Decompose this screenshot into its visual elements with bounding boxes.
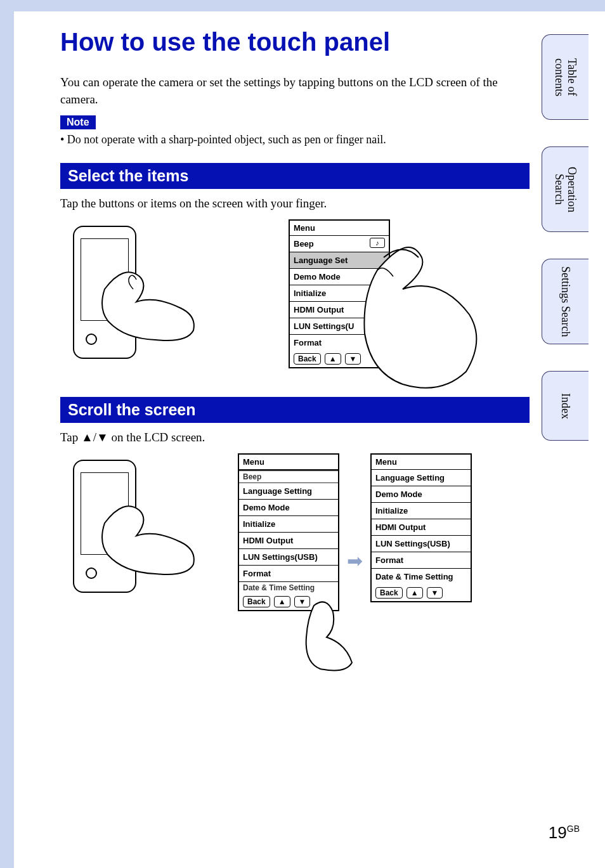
- menu-item[interactable]: Date & Time Setting: [372, 569, 471, 585]
- tab-settings-search[interactable]: Settings Search: [542, 259, 589, 344]
- hand-icon: [98, 491, 200, 580]
- menu-item[interactable]: Format: [239, 566, 338, 582]
- up-button[interactable]: ▲: [274, 596, 290, 607]
- up-button[interactable]: ▲: [407, 587, 423, 599]
- menu-item-partial: Date & Time Setting: [239, 582, 338, 593]
- down-button[interactable]: ▼: [427, 587, 443, 599]
- section-select-heading: Select the items: [60, 163, 530, 189]
- intro-text: You can operate the camera or set the se…: [60, 74, 530, 108]
- section-select-text: Tap the buttons or items on the screen w…: [60, 197, 530, 211]
- section-scroll-heading: Scroll the screen: [60, 397, 530, 423]
- arrow-right-icon: ➡: [347, 550, 363, 572]
- section-scroll-text: Tap ▲/▼ on the LCD screen.: [60, 431, 530, 444]
- menu-item[interactable]: Demo Mode: [239, 500, 338, 516]
- menu-item[interactable]: Language Setting: [239, 483, 338, 500]
- menu-nav: Back ▲ ▼: [372, 585, 471, 601]
- menu-item-partial: Beep: [239, 470, 338, 483]
- menu-item[interactable]: HDMI Output: [239, 533, 338, 549]
- scroll-illustration-row: Menu Beep Language Setting Demo Mode Ini…: [60, 453, 530, 612]
- menu-item[interactable]: LUN Settings(USB): [372, 536, 471, 552]
- side-tabs: Table of contents Operation Search Setti…: [542, 34, 589, 441]
- menu-title: Menu: [372, 455, 471, 470]
- tab-index[interactable]: Index: [542, 371, 589, 441]
- menu-with-hand: Menu Beep ♪ Language Set Demo Mode Initi…: [289, 219, 390, 368]
- back-button[interactable]: Back: [243, 596, 270, 607]
- tapping-finger-icon: [301, 599, 358, 675]
- tapping-hand-icon: [358, 232, 485, 397]
- back-button[interactable]: Back: [375, 587, 403, 599]
- page-number: 19GB: [549, 823, 580, 843]
- tab-table-of-contents[interactable]: Table of contents: [542, 34, 589, 120]
- menu-panel-after: Menu Language Setting Demo Mode Initiali…: [370, 453, 472, 602]
- up-button[interactable]: ▲: [325, 353, 341, 365]
- page-number-suffix: GB: [567, 824, 580, 834]
- page-title: How to use the touch panel: [60, 28, 530, 56]
- main-content: How to use the touch panel You can opera…: [60, 28, 530, 612]
- back-button[interactable]: Back: [294, 353, 321, 365]
- camera-drawing: [60, 219, 187, 378]
- camera-drawing: [60, 453, 187, 612]
- menu-item[interactable]: LUN Settings(USB): [239, 549, 338, 566]
- menu-item[interactable]: HDMI Output: [372, 519, 471, 536]
- menu-item[interactable]: Language Setting: [372, 470, 471, 486]
- hand-icon: [98, 257, 200, 346]
- select-illustration-row: Menu Beep ♪ Language Set Demo Mode Initi…: [60, 219, 530, 378]
- menu-item-label: Beep: [294, 239, 314, 249]
- menu-item[interactable]: Initialize: [372, 503, 471, 519]
- note-label: Note: [60, 115, 96, 129]
- menu-panel-before: Menu Beep Language Setting Demo Mode Ini…: [238, 453, 339, 611]
- menu-item[interactable]: Initialize: [239, 516, 338, 533]
- tab-operation-search[interactable]: Operation Search: [542, 146, 589, 232]
- page-number-value: 19: [549, 823, 567, 842]
- menu-item[interactable]: Demo Mode: [372, 486, 471, 503]
- note-text: • Do not operate with a sharp-pointed ob…: [60, 133, 530, 146]
- menu-title: Menu: [239, 455, 338, 470]
- menu-item[interactable]: Format: [372, 552, 471, 569]
